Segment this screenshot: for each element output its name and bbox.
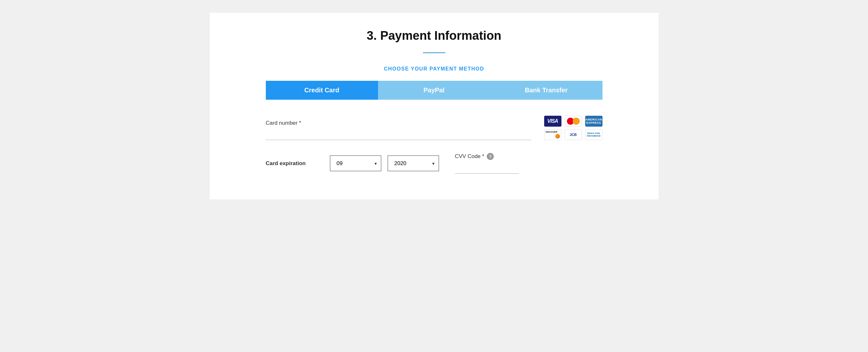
cvv-input[interactable]	[455, 163, 519, 174]
discover-logo: DISCOVER	[544, 129, 561, 140]
jcb-logo: JCB	[565, 129, 582, 140]
payment-tabs: Credit Card PayPal Bank Transfer	[266, 81, 602, 100]
cvv-field: CVV Code * ?	[455, 153, 602, 174]
year-select-wrapper: 2020 2021 2022 2023 2024 2025 2026 2027 …	[388, 156, 439, 171]
card-number-row: Card number * VISA	[266, 116, 602, 140]
month-select[interactable]: 01 02 03 04 05 06 07 08 09 10 11 12	[330, 156, 381, 171]
card-expiration-label: Card expiration	[266, 160, 323, 167]
cvv-help-icon[interactable]: ?	[487, 153, 494, 160]
card-logos-row-top: VISA AMERICANEXPRESS	[544, 116, 602, 127]
payment-method-label: CHOOSE YOUR PAYMENT METHOD	[235, 66, 633, 72]
card-logos: VISA AMERICANEXPRESS	[544, 116, 602, 140]
section-divider	[423, 52, 445, 53]
month-select-wrapper: 01 02 03 04 05 06 07 08 09 10 11 12 ▾	[330, 156, 381, 171]
tab-paypal[interactable]: PayPal	[378, 81, 490, 100]
tab-bank-transfer[interactable]: Bank Transfer	[490, 81, 602, 100]
mastercard-logo	[565, 116, 582, 127]
page-title: 3. Payment Information	[235, 29, 633, 43]
visa-logo: VISA	[544, 116, 561, 127]
card-logos-row-bottom: DISCOVER JCB Diners ClubInternational	[544, 129, 602, 140]
expiration-row: Card expiration 01 02 03 04 05 06 07 08 …	[266, 153, 602, 174]
card-number-label: Card number *	[266, 120, 531, 126]
year-select[interactable]: 2020 2021 2022 2023 2024 2025 2026 2027 …	[388, 156, 439, 171]
card-number-input[interactable]	[266, 129, 531, 140]
content-area: 3. Payment Information CHOOSE YOUR PAYME…	[210, 13, 659, 199]
cvv-label-row: CVV Code * ?	[455, 153, 602, 160]
diners-logo: Diners ClubInternational	[585, 129, 602, 140]
credit-card-form: Card number * VISA	[266, 116, 602, 174]
page-wrapper: 3. Payment Information CHOOSE YOUR PAYME…	[0, 0, 868, 212]
cvv-section: CVV Code * ?	[455, 153, 602, 174]
card-number-field: Card number *	[266, 120, 531, 140]
tab-credit-card[interactable]: Credit Card	[266, 81, 378, 100]
cvv-label: CVV Code *	[455, 153, 485, 160]
amex-logo: AMERICANEXPRESS	[585, 116, 602, 127]
